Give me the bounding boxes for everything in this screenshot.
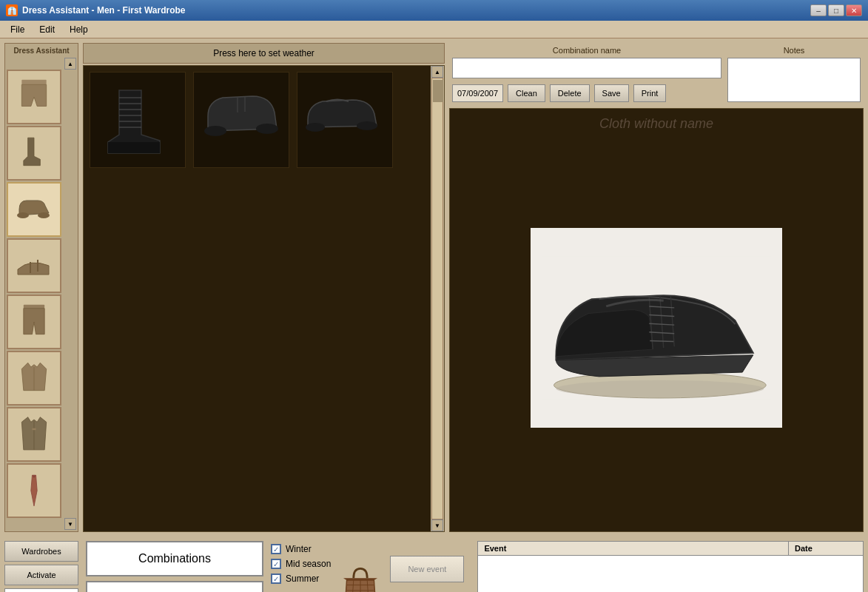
mid-season-label: Mid season [286,559,331,569]
clothes-grid: ▲ ▼ [83,65,445,532]
svg-rect-0 [21,80,46,85]
activate-button[interactable]: Activate [4,565,78,585]
tie-icon [16,472,53,509]
delete-button[interactable]: Delete [550,84,590,102]
winter-checkbox[interactable] [271,544,281,554]
sidebar-item-sandal[interactable] [7,238,61,293]
weather-bar[interactable]: Press here to set weather [83,43,445,64]
left-sidebar: Dress Assistant ▲ [4,43,78,532]
boot-image [93,75,182,164]
svg-point-21 [306,123,325,132]
clothes-scrollbar: ▲ ▼ [431,66,444,531]
right-panel: Combination name 07/09/2007 Clean Delete… [449,43,864,532]
notes-label: Notes [727,46,861,55]
center-nav-buttons: Combinations Viewer [86,541,263,592]
combination-header: Combination name 07/09/2007 Clean Delete… [449,43,864,105]
notes-section: Notes [727,46,861,102]
selected-cloth-image [531,228,782,428]
mid-season-checkbox[interactable] [271,559,281,569]
cloth-item-loafer[interactable] [297,72,393,168]
pants-icon [16,78,53,115]
new-event-button[interactable]: New event [390,556,464,582]
clothes-scroll-down[interactable]: ▼ [431,519,443,531]
sidebar-item-suit[interactable] [7,407,61,462]
sidebar-item-trousers[interactable] [7,295,61,349]
shoe-icon [16,191,53,228]
combination-name-section: Combination name 07/09/2007 Clean Delete… [452,46,721,102]
center-panel: Press here to set weather [83,43,445,532]
sidebar-item-boot[interactable] [7,126,61,181]
window-controls: – □ ✕ [810,4,862,16]
minimize-button[interactable]: – [810,4,827,16]
menu-file[interactable]: File [3,23,32,36]
cloth-item-dress-shoe[interactable] [193,72,289,168]
sidebar-item-jacket[interactable] [7,351,61,406]
new-event-area: New event [390,541,464,582]
svg-point-22 [357,121,377,130]
viewer-button[interactable]: Viewer [86,581,263,592]
dress-shoe-image [197,75,286,164]
sidebar-scroll: ▲ [7,58,76,530]
print-button[interactable]: Print [633,84,667,102]
jacket-icon [16,360,53,397]
sidebar-item-pants[interactable] [7,70,61,124]
summer-label: Summer [286,574,319,584]
sandal-icon [16,247,53,284]
sidebar-item-tie[interactable] [7,463,61,518]
main-container: Dress Assistant ▲ [0,38,868,592]
selected-shoe-svg [542,239,771,417]
boot-icon [16,135,53,172]
basket-container [338,548,383,592]
save-button[interactable]: Save [594,84,629,102]
scroll-down-button[interactable]: ▼ [64,518,76,530]
combinations-button[interactable]: Combinations [86,541,263,576]
svg-rect-5 [24,305,44,309]
clothes-items [84,66,444,531]
season-item-mid: Mid season [271,559,331,569]
title-bar: 👔 Dress Assistant - Men - First Wardrobe… [0,0,868,21]
top-section: Dress Assistant ▲ [0,38,868,536]
wardrobes-button[interactable]: Wardrobes [4,541,78,562]
sidebar-items [7,70,76,518]
combination-name-label: Combination name [452,46,721,55]
svg-point-30 [556,380,764,397]
svg-rect-8 [33,428,36,431]
season-item-winter: Winter [271,544,331,554]
combination-display: Cloth without name [449,108,864,532]
clothes-scroll-thumb[interactable] [433,80,443,102]
clothes-scroll-up[interactable]: ▲ [431,66,443,78]
clothes-scroll-track [431,78,443,519]
menu-help[interactable]: Help [62,23,95,36]
loafer-image [300,75,389,164]
events-col-date: Date [789,542,863,555]
menu-edit[interactable]: Edit [32,23,62,36]
summer-checkbox[interactable] [271,574,281,584]
svg-point-18 [204,126,226,136]
cloth-item-boot[interactable] [90,72,186,168]
sidebar-item-shoe[interactable] [7,182,61,237]
weather-label: Press here to set weather [213,48,314,58]
svg-point-1 [17,212,29,218]
events-table-header: Event Date [478,542,863,556]
bottom-section: Wardrobes Activate amazon.com Combinatio… [0,536,868,592]
svg-line-29 [650,340,673,341]
maximize-button[interactable]: □ [828,4,844,16]
scroll-up-button[interactable]: ▲ [64,58,76,70]
season-filters: Winter Mid season Summer [271,541,331,584]
window-title: Dress Assistant - Men - First Wardrobe [22,5,186,16]
app-icon: 👔 [6,4,18,16]
notes-textarea[interactable] [727,58,861,102]
basket-icon [338,563,383,592]
events-table: Event Date [477,541,864,592]
season-item-summer: Summer [271,574,331,584]
close-button[interactable]: ✕ [846,4,862,16]
events-col-event: Event [478,542,789,555]
cloth-without-name-label: Cloth without name [599,116,713,132]
amazon-button[interactable]: amazon.com [4,588,78,592]
clean-button[interactable]: Clean [508,84,545,102]
svg-point-19 [256,124,278,134]
left-nav-buttons: Wardrobes Activate amazon.com [4,541,78,592]
svg-point-2 [38,212,50,218]
winter-label: Winter [286,544,312,554]
combination-name-input[interactable] [452,58,721,78]
